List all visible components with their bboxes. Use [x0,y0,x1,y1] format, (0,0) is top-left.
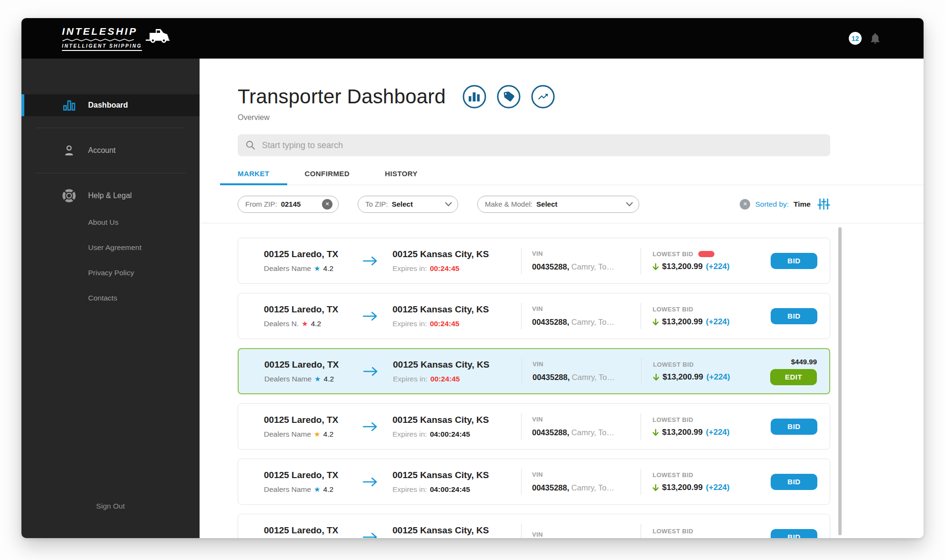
sign-out-button[interactable]: Sign Out [21,502,200,510]
action-button[interactable]: BID [771,529,817,539]
expires-row: Expires in: 00:24:45 [393,375,522,383]
route-arrow-icon [362,532,392,539]
clear-from-zip-icon[interactable]: ✕ [322,199,332,210]
sidebar-item-dashboard[interactable]: Dashboard [21,94,200,116]
lowest-bid-column: LOWEST BID $13,200.99 (+224) [641,471,739,492]
vin-column: VIN 00435288, Camry, To… [522,416,641,437]
dealer-rating: 4.2 [324,375,334,383]
action-column: BID [739,419,830,435]
dealer-rating: 4.2 [323,430,334,439]
load-card[interactable]: 00125 Laredo, TX Dealers Name ★ 4.2 0012… [238,403,830,450]
notification-count-badge: 12 [849,32,862,45]
destination-column: 00125 Kansas City, KS Expires in: 04:00:… [392,415,521,439]
sort-control: ✕ Sorted by: Time [740,198,830,210]
tab-history[interactable]: HISTORY [367,163,435,185]
sidebar-item-contacts[interactable]: Contacts [21,285,200,310]
sidebar-item-account[interactable]: Account [21,140,200,161]
sliders-icon[interactable] [817,198,830,210]
lowest-bid-pill [698,251,714,257]
load-card[interactable]: 00125 Laredo, TX Dealers Name ★ 4.2 0012… [238,238,830,284]
clear-sort-icon[interactable]: ✕ [740,199,750,210]
sidebar-item-privacy-policy[interactable]: Privacy Policy [21,260,200,285]
dealer-name: Dealers Name [264,375,312,383]
expires-value: 00:24:45 [430,320,459,328]
bid-amount: $13,200.99 [662,262,703,271]
lowest-bid-column: LOWEST BID $13,200.99 (+224) [642,361,739,382]
from-zip-filter[interactable]: From ZIP: 02145 ✕ [238,196,339,213]
star-icon: ★ [302,320,308,328]
star-icon: ★ [314,375,321,383]
action-button[interactable]: BID [771,474,817,490]
dest-title: 00125 Kansas City, KS [392,470,521,480]
bell-icon[interactable] [869,32,882,45]
dealer-row: Dealers Name ★ 4.2 [264,485,362,494]
tab-market[interactable]: MARKET [220,163,287,185]
dest-title: 00125 Kansas City, KS [393,360,522,370]
vin-column: VIN [522,531,641,539]
bid-down-arrow-icon [653,484,659,491]
expires-label: Expires in: [392,430,427,439]
load-card[interactable]: 00125 Laredo, TX Dealers N. ★ 4.2 00125 … [238,293,830,339]
bid-value-row: $13,200.99 (+224) [653,262,739,271]
action-column: BID [739,529,830,539]
bid-amount: $13,200.99 [662,317,703,327]
action-column: BID [739,474,830,490]
load-card[interactable]: 00125 Laredo, TX Dealers Name ★ 4.2 0012… [238,348,830,394]
sidebar-item-about-us[interactable]: About Us [21,210,200,235]
vin-value-rest: Camry, To… [572,428,614,437]
scrollbar-thumb[interactable] [838,227,842,535]
search-input[interactable] [262,140,825,150]
tab-confirmed[interactable]: CONFIRMED [287,163,367,185]
trending-up-icon[interactable] [531,84,555,109]
sidebar-item-label: Dashboard [88,101,128,110]
sidebar: Dashboard Account [21,59,200,538]
route-arrow-icon [362,256,392,266]
action-button[interactable]: EDIT [770,369,817,385]
price-tag-icon[interactable] [496,84,521,109]
vin-label: VIN [532,305,641,312]
sidebar-divider [36,173,185,173]
sidebar-item-help-legal[interactable]: Help & Legal [21,185,200,207]
expires-value: 00:24:45 [430,264,459,273]
expires-row: Expires in: 00:24:45 [392,320,521,328]
origin-title: 00125 Laredo, TX [264,415,362,425]
action-button[interactable]: BID [771,253,817,269]
action-button[interactable]: BID [771,308,817,324]
star-icon: ★ [314,485,320,494]
vin-value-bold: 00435288, [533,373,570,381]
destination-column: 00125 Kansas City, KS Expires in: 00:24:… [392,304,521,328]
destination-column: 00125 Kansas City, KS Expires in: 00:24:… [393,360,522,383]
bid-down-arrow-icon [653,263,659,270]
logo-title: INTELESHIP [62,26,142,37]
dealer-rating: 4.2 [323,485,334,494]
route-arrow-icon [362,311,392,321]
bar-chart-icon[interactable] [462,84,487,109]
origin-title: 00125 Laredo, TX [264,470,362,480]
logo-zigzag-line [62,38,134,42]
vin-column: VIN 00435288, Camry, To… [522,360,641,382]
search-icon [245,140,256,150]
bid-amount: $13,200.99 [662,483,703,492]
bid-down-arrow-icon [653,318,659,326]
action-column: BID [739,308,830,324]
action-column: BID [739,253,830,269]
expires-row: Expires in: 04:00:24:45 [392,485,521,494]
expires-label: Expires in: [392,485,427,494]
vin-value-rest: Camry, To… [572,373,615,381]
load-card[interactable]: 00125 Laredo, TX Dealers Name ★ 4.2 0012… [238,459,830,505]
sidebar-sub-list: About Us User Agreement Privacy Policy C… [21,210,200,310]
sidebar-divider [36,128,185,128]
star-icon: ★ [314,430,320,439]
make-model-filter[interactable]: Make & Model: Select [477,196,639,213]
filter-bar: From ZIP: 02145 ✕ To ZIP: Select Make & … [200,185,924,223]
action-button[interactable]: BID [771,419,817,435]
make-model-label: Make & Model: [485,200,533,208]
sidebar-item-user-agreement[interactable]: User Agreement [21,235,200,260]
to-zip-filter[interactable]: To ZIP: Select [358,196,458,213]
dealer-row: Dealers Name ★ 4.2 [264,264,362,273]
vin-label: VIN [533,360,641,368]
vin-label: VIN [532,471,641,478]
expires-value: 04:00:24:45 [430,485,470,494]
bid-value-row: $13,200.99 (+224) [653,483,739,492]
load-card[interactable]: 00125 Laredo, TX ★ 00125 Kansas City, KS… [238,514,830,538]
